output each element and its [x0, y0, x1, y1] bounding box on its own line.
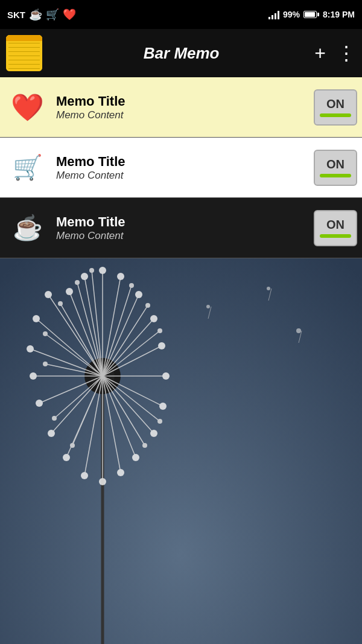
- svg-point-32: [162, 372, 170, 380]
- svg-point-56: [70, 443, 75, 448]
- svg-point-44: [81, 273, 88, 280]
- svg-point-74: [267, 287, 270, 290]
- svg-point-50: [43, 331, 48, 336]
- toggle-on-label-1: ON: [326, 97, 345, 111]
- add-memo-button[interactable]: +: [314, 42, 326, 65]
- memo-text-1: Memo Title Memo Content: [50, 94, 314, 121]
- app-icon: [6, 35, 42, 71]
- svg-point-38: [135, 291, 142, 298]
- memo-content-1: Memo Content: [56, 109, 314, 121]
- svg-point-78: [206, 305, 210, 308]
- memo-item-2[interactable]: 🛒 Memo Title Memo Content ON: [0, 138, 362, 198]
- svg-point-14: [36, 400, 43, 407]
- memo-title-1: Memo Title: [56, 94, 314, 109]
- toggle-indicator-2: [320, 174, 351, 177]
- memo-item-1[interactable]: ❤️ Memo Title Memo Content ON: [0, 77, 362, 138]
- svg-point-42: [99, 267, 106, 274]
- status-right: 99% 8:19 PM: [268, 10, 355, 19]
- memo-title-2: Memo Title: [56, 154, 314, 170]
- memo-list: ❤️ Memo Title Memo Content ON 🛒 Memo Tit…: [0, 77, 362, 258]
- svg-point-28: [150, 430, 157, 437]
- app-title: Bar Memo: [48, 44, 314, 63]
- coffee-icon: ☕: [13, 214, 43, 242]
- memo-toggle-2[interactable]: ON: [314, 150, 357, 186]
- svg-point-20: [81, 472, 88, 479]
- time-label: 8:19 PM: [323, 10, 355, 19]
- app-bar: Bar Memo + ⋮: [0, 29, 362, 77]
- overflow-menu-button[interactable]: ⋮: [337, 42, 356, 65]
- status-left: SKT ☕ 🛒 ❤️: [7, 8, 76, 21]
- memo-icon-3: ☕: [5, 205, 50, 250]
- memo-content-2: Memo Content: [56, 170, 314, 182]
- svg-point-10: [27, 345, 34, 352]
- app-bar-actions: + ⋮: [314, 42, 356, 65]
- memo-title-3: Memo Title: [56, 214, 314, 230]
- status-bar: SKT ☕ 🛒 ❤️ 99% 8:19 PM: [0, 0, 362, 29]
- memo-toggle-1[interactable]: ON: [314, 89, 357, 126]
- memo-icon-2: 🛒: [5, 145, 50, 190]
- toggle-button-3[interactable]: ON: [314, 210, 357, 246]
- heart-status-icon: ❤️: [63, 8, 76, 21]
- svg-point-64: [145, 303, 150, 308]
- carrier-label: SKT: [7, 10, 25, 20]
- svg-point-22: [99, 478, 106, 485]
- svg-point-16: [48, 430, 55, 437]
- memo-content-3: Memo Content: [56, 230, 314, 242]
- svg-point-54: [52, 416, 57, 421]
- memo-text-3: Memo Title Memo Content: [50, 214, 314, 242]
- memo-toggle-3[interactable]: ON: [314, 210, 357, 246]
- background-image: [0, 198, 362, 644]
- toggle-indicator-1: [320, 113, 351, 117]
- memo-icon-1: ❤️: [5, 84, 50, 130]
- toggle-on-label-3: ON: [326, 218, 345, 232]
- svg-point-30: [159, 403, 167, 410]
- svg-point-62: [157, 328, 162, 333]
- toggle-indicator-3: [320, 234, 351, 238]
- svg-point-70: [75, 280, 80, 285]
- svg-point-24: [117, 469, 124, 476]
- svg-point-18: [63, 454, 70, 461]
- shopping-status-icon: 🛒: [46, 8, 59, 21]
- svg-point-66: [129, 283, 134, 288]
- toggle-on-label-2: ON: [326, 158, 345, 171]
- svg-point-6: [45, 291, 52, 298]
- svg-point-40: [117, 273, 124, 280]
- memo-item-3[interactable]: ☕ Memo Title Memo Content ON: [0, 198, 362, 258]
- svg-point-48: [58, 301, 63, 306]
- battery-icon: [303, 11, 319, 18]
- svg-point-34: [158, 342, 165, 349]
- svg-point-68: [89, 268, 94, 273]
- toggle-button-1[interactable]: ON: [314, 89, 357, 126]
- memo-text-2: Memo Title Memo Content: [50, 154, 314, 182]
- svg-rect-0: [0, 198, 362, 644]
- svg-point-8: [33, 315, 40, 322]
- svg-point-52: [43, 362, 48, 366]
- svg-point-46: [66, 288, 73, 295]
- svg-point-26: [132, 454, 139, 461]
- svg-point-60: [157, 419, 162, 424]
- signal-bars-icon: [268, 10, 279, 19]
- coffee-status-icon: ☕: [29, 8, 42, 21]
- svg-point-58: [142, 443, 147, 448]
- svg-point-36: [150, 315, 157, 322]
- heart-icon: ❤️: [11, 92, 44, 123]
- toggle-button-2[interactable]: ON: [314, 150, 357, 186]
- svg-point-76: [296, 328, 301, 333]
- battery-percent: 99%: [283, 10, 300, 19]
- basket-icon: 🛒: [13, 153, 43, 182]
- svg-point-12: [30, 372, 37, 380]
